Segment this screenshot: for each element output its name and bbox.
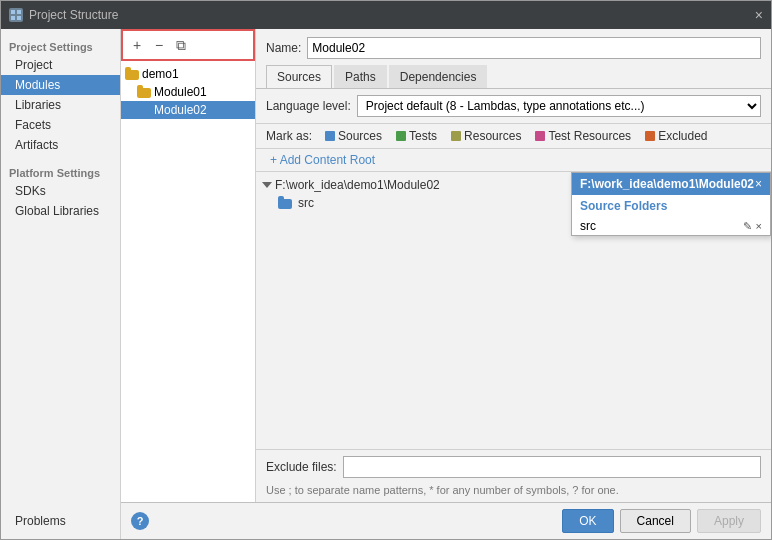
sidebar-item-modules[interactable]: Modules (1, 75, 120, 95)
cancel-button[interactable]: Cancel (620, 509, 691, 533)
sidebar: Project Settings Project Modules Librari… (1, 29, 121, 539)
add-content-root-button[interactable]: + Add Content Root (264, 149, 381, 171)
excluded-dot (645, 131, 655, 141)
sidebar-item-artifacts[interactable]: Artifacts (1, 135, 120, 155)
mark-excluded-button[interactable]: Excluded (640, 128, 712, 144)
dialog-icon (9, 8, 23, 22)
platform-settings-label: Platform Settings (1, 163, 120, 181)
tabs-row: Sources Paths Dependencies (256, 65, 771, 89)
popup-delete-button[interactable]: × (756, 220, 762, 233)
ok-button[interactable]: OK (562, 509, 613, 533)
file-tree-section: F:\work_idea\demo1\Module02 src (256, 172, 771, 449)
svg-rect-0 (11, 10, 15, 14)
folder-icon-demo1 (125, 69, 139, 80)
bottom-buttons: OK Cancel Apply (562, 509, 761, 533)
main-content: Project Settings Project Modules Librari… (1, 29, 771, 539)
folder-icon-module01 (137, 87, 151, 98)
svg-rect-1 (17, 10, 21, 14)
popup-close-button[interactable]: × (755, 177, 762, 191)
project-structure-dialog: Project Structure × Project Settings Pro… (0, 0, 772, 540)
sidebar-item-global-libraries[interactable]: Global Libraries (1, 201, 120, 221)
mark-as-row: Mark as: Sources Tests Resources (256, 124, 771, 149)
module-tree-items: demo1 Module01 Module02 (121, 61, 255, 502)
mark-test-resources-label: Test Resources (548, 129, 631, 143)
language-select[interactable]: Project default (8 - Lambdas, type annot… (357, 95, 761, 117)
bottom-bar: ? OK Cancel Apply (121, 502, 771, 539)
mark-resources-button[interactable]: Resources (446, 128, 526, 144)
dialog-title: Project Structure (29, 8, 118, 22)
mark-tests-label: Tests (409, 129, 437, 143)
mark-as-label: Mark as: (266, 129, 312, 143)
language-row: Language level: Project default (8 - Lam… (256, 89, 771, 124)
test-resources-dot (535, 131, 545, 141)
resources-dot (451, 131, 461, 141)
tab-sources[interactable]: Sources (266, 65, 332, 88)
content-root-area: + Add Content Root F:\work_idea\demo1\Mo… (256, 149, 771, 502)
popup-src-label: src (580, 219, 596, 233)
add-module-button[interactable]: + (127, 35, 147, 55)
popup-source-folders-label: Source Folders (572, 195, 770, 217)
mark-excluded-label: Excluded (658, 129, 707, 143)
root-path-label: F:\work_idea\demo1\Module02 (275, 178, 440, 192)
sidebar-item-facets[interactable]: Facets (1, 115, 120, 135)
exclude-input[interactable] (343, 456, 761, 478)
sources-dot (325, 131, 335, 141)
module-tree-panel: + − ⧉ demo1 (121, 29, 256, 502)
folder-icon-module02 (137, 105, 151, 116)
title-bar-left: Project Structure (9, 8, 118, 22)
svg-rect-3 (17, 16, 21, 20)
popup-header: F:\work_idea\demo1\Module02 × (572, 173, 770, 195)
language-label: Language level: (266, 99, 351, 113)
src-folder-icon (278, 198, 292, 209)
mark-test-resources-button[interactable]: Test Resources (530, 128, 636, 144)
remove-module-button[interactable]: − (149, 35, 169, 55)
exclude-row: Exclude files: (256, 449, 771, 484)
popup-edit-button[interactable]: ✎ (743, 220, 752, 233)
mark-sources-label: Sources (338, 129, 382, 143)
triangle-open-icon (262, 182, 272, 188)
name-row: Name: (256, 29, 771, 65)
sidebar-item-problems[interactable]: Problems (1, 511, 120, 531)
src-label: src (298, 196, 314, 210)
close-button[interactable]: × (755, 8, 763, 22)
sidebar-item-project[interactable]: Project (1, 55, 120, 75)
mark-resources-label: Resources (464, 129, 521, 143)
tree-item-demo1[interactable]: demo1 (121, 65, 255, 83)
right-panel: + − ⧉ demo1 (121, 29, 771, 539)
copy-module-button[interactable]: ⧉ (171, 35, 191, 55)
mark-tests-button[interactable]: Tests (391, 128, 442, 144)
help-button[interactable]: ? (131, 512, 149, 530)
exclude-hint: Use ; to separate name patterns, * for a… (256, 484, 771, 502)
exclude-label: Exclude files: (266, 460, 337, 474)
name-label: Name: (266, 41, 301, 55)
sidebar-item-libraries[interactable]: Libraries (1, 95, 120, 115)
popup-title: F:\work_idea\demo1\Module02 (580, 177, 754, 191)
tests-dot (396, 131, 406, 141)
detail-panel: Name: Sources Paths Dependencies Languag… (256, 29, 771, 502)
name-input[interactable] (307, 37, 761, 59)
apply-button[interactable]: Apply (697, 509, 761, 533)
title-bar: Project Structure × (1, 1, 771, 29)
content-root-popup: F:\work_idea\demo1\Module02 × Source Fol… (571, 172, 771, 236)
tree-item-module02[interactable]: Module02 (121, 101, 255, 119)
tab-paths[interactable]: Paths (334, 65, 387, 88)
popup-src-actions: ✎ × (743, 220, 762, 233)
mark-sources-button[interactable]: Sources (320, 128, 387, 144)
tree-item-module01[interactable]: Module01 (121, 83, 255, 101)
svg-rect-2 (11, 16, 15, 20)
popup-src-row: src ✎ × (572, 217, 770, 235)
tab-dependencies[interactable]: Dependencies (389, 65, 488, 88)
module-area: + − ⧉ demo1 (121, 29, 771, 502)
project-settings-label: Project Settings (1, 37, 120, 55)
sidebar-item-sdks[interactable]: SDKs (1, 181, 120, 201)
module-tree-toolbar: + − ⧉ (121, 29, 255, 61)
